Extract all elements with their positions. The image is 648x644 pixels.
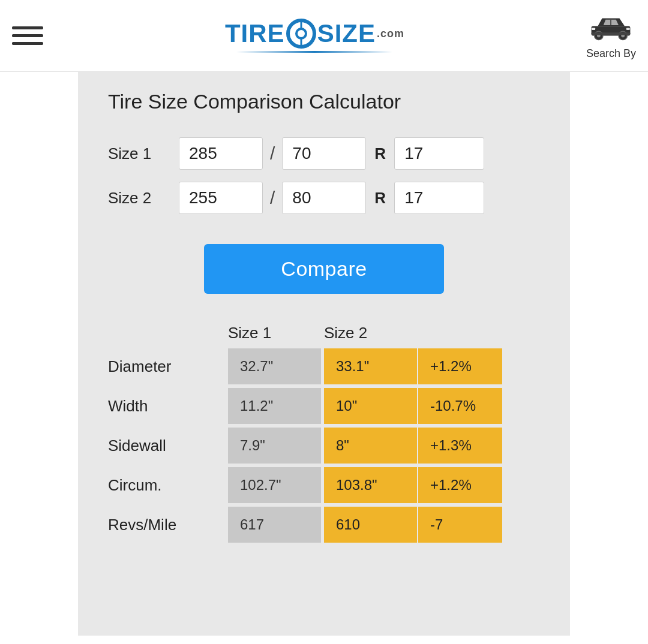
separator1: /: [270, 143, 275, 164]
svg-point-1: [296, 29, 306, 38]
size1-aspect-input[interactable]: [282, 137, 366, 170]
result-row-name: Revs/Mile: [108, 516, 228, 534]
compare-button[interactable]: Compare: [204, 244, 444, 294]
result-val2: 610: [324, 507, 417, 543]
car-icon: [589, 11, 632, 45]
r-label1: R: [374, 145, 386, 163]
result-row: Sidewall 7.9" 8" +1.3%: [108, 428, 540, 464]
result-row: Width 11.2" 10" -10.7%: [108, 388, 540, 424]
logo-size: SIZE: [317, 19, 376, 48]
size1-rim-input[interactable]: [394, 137, 484, 170]
size2-label: Size 2: [108, 189, 174, 207]
size2-width-input[interactable]: [179, 182, 263, 214]
result-val1: 11.2": [228, 388, 321, 424]
result-val1: 32.7": [228, 348, 321, 384]
result-row: Diameter 32.7" 33.1" +1.2%: [108, 348, 540, 384]
size1-width-input[interactable]: [179, 137, 263, 170]
result-val2: 103.8": [324, 467, 417, 503]
result-diff: -10.7%: [418, 388, 502, 424]
result-val1: 617: [228, 507, 321, 543]
size1-row: Size 1 / R: [108, 137, 540, 170]
compare-button-wrap: Compare: [108, 244, 540, 294]
result-diff: -7: [418, 507, 502, 543]
col-header-size1: Size 1: [228, 324, 321, 342]
results-section: Size 1 Size 2 Diameter 32.7" 33.1" +1.2%…: [108, 324, 540, 543]
result-row-name: Width: [108, 397, 228, 416]
result-diff: +1.2%: [418, 348, 502, 384]
results-rows: Diameter 32.7" 33.1" +1.2% Width 11.2" 1…: [108, 348, 540, 543]
size1-label: Size 1: [108, 145, 174, 163]
tire-comparison-form: Size 1 / R Size 2 / R: [108, 137, 540, 214]
result-row: Circum. 102.7" 103.8" +1.2%: [108, 467, 540, 503]
svg-rect-11: [626, 28, 630, 30]
result-val2: 33.1": [324, 348, 417, 384]
result-val2: 10": [324, 388, 417, 424]
page-title: Tire Size Comparison Calculator: [108, 90, 540, 113]
r-label2: R: [374, 189, 386, 207]
logo-decoration: [236, 51, 392, 53]
site-logo[interactable]: TIRE SIZE .com: [225, 19, 404, 53]
result-row: Revs/Mile 617 610 -7: [108, 507, 540, 543]
header: TIRE SIZE .com: [0, 0, 648, 72]
logo-com: .com: [377, 28, 404, 40]
col-header-size2: Size 2: [324, 324, 421, 342]
search-by-button[interactable]: Search By: [586, 11, 636, 60]
size2-aspect-input[interactable]: [282, 182, 366, 214]
search-by-label: Search By: [586, 47, 636, 60]
result-val2: 8": [324, 428, 417, 464]
size2-row: Size 2 / R: [108, 182, 540, 214]
result-row-name: Sidewall: [108, 437, 228, 455]
result-diff: +1.3%: [418, 428, 502, 464]
hamburger-menu[interactable]: [12, 26, 43, 45]
results-col-headers: Size 1 Size 2: [108, 324, 540, 342]
logo-text: TIRE SIZE .com: [225, 19, 404, 49]
logo-tire: TIRE: [225, 19, 285, 48]
svg-rect-10: [592, 28, 596, 30]
svg-rect-12: [592, 32, 631, 35]
logo-tire-icon: [286, 19, 316, 49]
result-row-name: Circum.: [108, 476, 228, 495]
separator2: /: [270, 188, 275, 208]
main-content: Tire Size Comparison Calculator Size 1 /…: [78, 72, 570, 636]
result-val1: 7.9": [228, 428, 321, 464]
size2-rim-input[interactable]: [394, 182, 484, 214]
result-diff: +1.2%: [418, 467, 502, 503]
result-val1: 102.7": [228, 467, 321, 503]
result-row-name: Diameter: [108, 357, 228, 376]
